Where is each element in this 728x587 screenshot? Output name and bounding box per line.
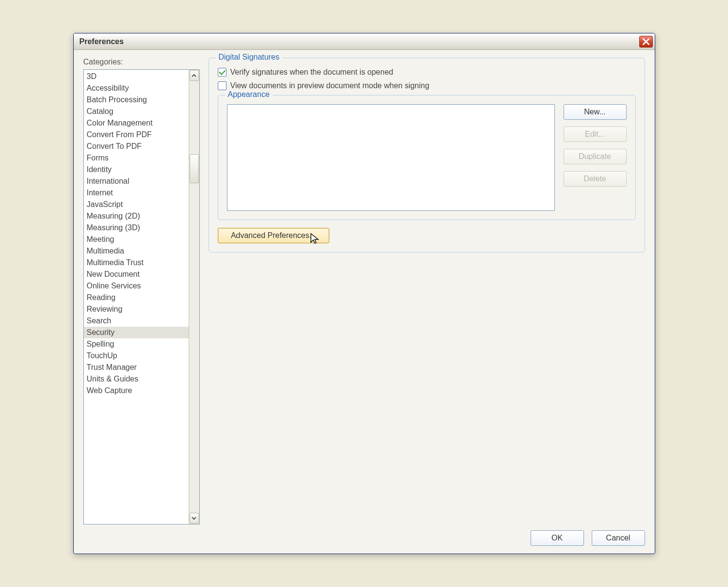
chevron-up-icon xyxy=(192,73,196,78)
category-item[interactable]: Web Capture xyxy=(84,385,189,397)
window-title: Preferences xyxy=(80,37,124,46)
chevron-down-icon xyxy=(192,516,196,521)
category-item[interactable]: Spelling xyxy=(84,338,189,350)
titlebar[interactable]: Preferences xyxy=(74,33,655,50)
category-item[interactable]: New Document xyxy=(84,269,189,280)
category-item[interactable]: Forms xyxy=(84,152,189,164)
preview-mode-checkbox[interactable] xyxy=(218,81,226,90)
categories-listbox[interactable]: 3DAccessibilityBatch ProcessingCatalogCo… xyxy=(83,69,200,524)
category-item[interactable]: TouchUp xyxy=(84,350,189,362)
preferences-dialog: Preferences Categories: 3DAccessibilityB… xyxy=(73,33,655,554)
category-item[interactable]: Color Management xyxy=(84,117,189,129)
category-item[interactable]: JavaScript xyxy=(84,199,189,210)
category-item[interactable]: Trust Manager xyxy=(84,362,189,373)
verify-signatures-checkbox[interactable] xyxy=(218,68,226,77)
scroll-thumb[interactable] xyxy=(190,154,199,183)
close-button[interactable] xyxy=(639,36,653,48)
category-item[interactable]: Search xyxy=(84,315,189,327)
cancel-button[interactable]: Cancel xyxy=(592,530,645,546)
category-item[interactable]: International xyxy=(84,175,189,187)
close-icon xyxy=(643,38,649,45)
category-item[interactable]: Multimedia Trust xyxy=(84,257,189,269)
categories-scrollbar[interactable] xyxy=(189,70,199,524)
verify-signatures-label: Verify signatures when the document is o… xyxy=(230,68,393,77)
category-item[interactable]: Reading xyxy=(84,292,189,303)
appearance-legend: Appearance xyxy=(225,90,273,99)
scroll-up-button[interactable] xyxy=(190,70,199,81)
category-item[interactable]: Batch Processing xyxy=(84,94,189,106)
category-item[interactable]: Convert From PDF xyxy=(84,129,189,141)
category-item[interactable]: Convert To PDF xyxy=(84,141,189,152)
appearance-listbox[interactable] xyxy=(227,104,555,211)
digital-signatures-legend: Digital Signatures xyxy=(216,53,282,62)
category-item[interactable]: Online Services xyxy=(84,280,189,292)
digital-signatures-group: Digital Signatures Verify signatures whe… xyxy=(209,58,645,253)
advanced-preferences-button[interactable]: Advanced Preferences... xyxy=(218,228,329,243)
preview-mode-label: View documents in preview document mode … xyxy=(230,81,430,90)
category-item[interactable]: Catalog xyxy=(84,106,189,117)
category-item[interactable]: 3D xyxy=(84,71,189,82)
duplicate-button[interactable]: Duplicate xyxy=(564,149,627,164)
categories-label: Categories: xyxy=(83,58,200,66)
category-item[interactable]: Identity xyxy=(84,164,189,175)
category-item[interactable]: Meeting xyxy=(84,234,189,245)
category-item[interactable]: Internet xyxy=(84,187,189,199)
new-button[interactable]: New... xyxy=(564,104,627,120)
scroll-down-button[interactable] xyxy=(190,513,199,524)
edit-button[interactable]: Edit... xyxy=(564,127,627,142)
ok-button[interactable]: OK xyxy=(531,530,584,546)
category-item[interactable]: Reviewing xyxy=(84,303,189,315)
category-item[interactable]: Units & Guides xyxy=(84,373,189,385)
appearance-group: Appearance New... Edit... Duplicate Dele… xyxy=(218,95,636,220)
delete-button[interactable]: Delete xyxy=(564,171,627,187)
scroll-track[interactable] xyxy=(190,81,199,512)
category-item[interactable]: Measuring (3D) xyxy=(84,222,189,234)
category-item[interactable]: Multimedia xyxy=(84,245,189,257)
category-item[interactable]: Measuring (2D) xyxy=(84,210,189,222)
category-item[interactable]: Security xyxy=(84,327,189,338)
category-item[interactable]: Accessibility xyxy=(84,82,189,94)
